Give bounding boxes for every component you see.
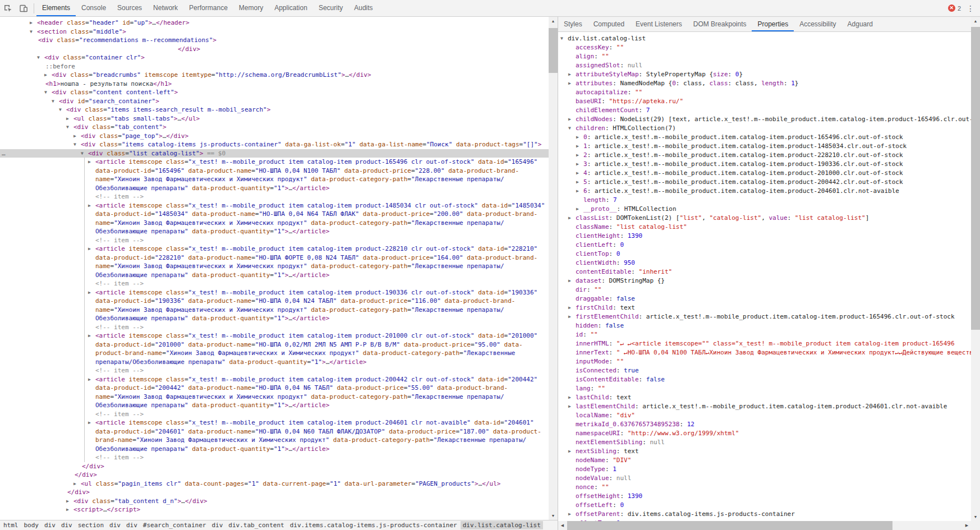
- disclosure-arrow[interactable]: ▶: [88, 288, 95, 297]
- scrollbar-thumb[interactable]: [549, 28, 558, 73]
- property-row[interactable]: childElementCount: 7: [558, 106, 971, 115]
- property-row[interactable]: accessKey: "": [558, 43, 971, 52]
- disclosure-arrow[interactable]: ▼: [59, 105, 66, 114]
- dom-tree-line[interactable]: ::before: [0, 62, 549, 71]
- disclosure-arrow[interactable]: ▶: [568, 214, 576, 223]
- dom-tree-line[interactable]: ▶<article itemscope class="x_test! m--mo…: [0, 158, 549, 192]
- disclosure-arrow[interactable]: ▶: [576, 187, 583, 196]
- dom-tree-line[interactable]: ▶<article itemscope class="x_test! m--mo…: [0, 418, 549, 453]
- property-row[interactable]: draggable: false: [558, 294, 971, 303]
- property-row[interactable]: clientLeft: 0: [558, 241, 971, 250]
- scrollbar-thumb[interactable]: [567, 521, 892, 530]
- device-toolbar-button[interactable]: [16, 1, 31, 16]
- dom-tree-line[interactable]: ▶<script>…</script>: [0, 505, 549, 514]
- dom-tree-line[interactable]: ▼<div class="container clr">: [0, 53, 549, 62]
- disclosure-arrow[interactable]: ▶: [88, 245, 95, 254]
- disclosure-arrow[interactable]: ▶: [88, 158, 95, 167]
- dom-tree-line[interactable]: </div>: [0, 462, 549, 471]
- scroll-down-button[interactable]: ▼: [549, 511, 558, 520]
- dom-tree-line[interactable]: <!-- item -->: [0, 323, 549, 332]
- property-row[interactable]: baseURI: "https://apteka.ru/": [558, 97, 971, 106]
- tab-console[interactable]: Console: [76, 0, 112, 16]
- property-row[interactable]: nextElementSibling: null: [558, 438, 971, 447]
- property-row[interactable]: nodeName: "DIV": [558, 456, 971, 465]
- property-row[interactable]: className: "list catalog-list": [558, 223, 971, 232]
- property-row[interactable]: assignedSlot: null: [558, 61, 971, 70]
- dom-tree-line[interactable]: ▶<header class="header" id="up">…</heade…: [0, 19, 549, 27]
- disclosure-arrow[interactable]: ▶: [88, 201, 95, 210]
- dom-tree-line[interactable]: </div>: [0, 471, 549, 480]
- property-row[interactable]: ▶classList: DOMTokenList(2) ["list", "ca…: [558, 214, 971, 223]
- breadcrumb-item[interactable]: div: [124, 521, 140, 529]
- property-row[interactable]: ▶5: article.x_test!.m--mobile_product.it…: [558, 178, 971, 187]
- property-row[interactable]: nodeValue: null: [558, 474, 971, 483]
- property-row[interactable]: ▶firstChild: text: [558, 303, 971, 312]
- kebab-menu-icon[interactable]: ⋮: [967, 4, 974, 12]
- dom-tree-line[interactable]: ▼<div class="items items-search_result m…: [0, 105, 549, 114]
- tab-performance[interactable]: Performance: [183, 0, 233, 16]
- disclosure-arrow[interactable]: ▶: [576, 178, 583, 187]
- dom-tree-line[interactable]: <!-- item -->: [0, 236, 549, 245]
- property-row[interactable]: inputMode: "": [558, 357, 971, 366]
- dom-tree-line[interactable]: ▶<article itemscope class="x_test! m--mo…: [0, 245, 549, 279]
- disclosure-arrow[interactable]: ▼: [37, 53, 44, 62]
- sidebar-tab-computed[interactable]: Computed: [588, 17, 630, 31]
- disclosure-arrow[interactable]: ▶: [568, 393, 576, 402]
- scroll-down-button[interactable]: ▼: [971, 513, 980, 521]
- dom-tree-line[interactable]: ▶<article itemscope class="x_test! m--mo…: [0, 331, 549, 366]
- property-row[interactable]: ▶attributes: NamedNodeMap {0: class, cla…: [558, 79, 971, 88]
- property-row[interactable]: ▶offsetParent: div.items.catalog-items.j…: [558, 510, 971, 519]
- property-row[interactable]: ▶firstElementChild: article.x_test!.m--m…: [558, 312, 971, 321]
- dom-tree-line[interactable]: <!-- item -->: [0, 366, 549, 375]
- scroll-left-button[interactable]: ◀: [558, 521, 567, 530]
- property-row[interactable]: clientHeight: 1390: [558, 232, 971, 241]
- disclosure-arrow[interactable]: ▶: [568, 115, 576, 124]
- dom-tree-line[interactable]: <h1>ношпа - результаты поиска</h1>: [0, 80, 549, 89]
- scroll-right-button[interactable]: ▶: [963, 521, 971, 530]
- disclosure-arrow[interactable]: ▶: [568, 70, 576, 79]
- breadcrumb-item[interactable]: div.tab_content: [226, 521, 286, 529]
- dom-tree-line[interactable]: <!-- item -->: [0, 192, 549, 201]
- property-row[interactable]: ▶2: article.x_test!.m--mobile_product.it…: [558, 151, 971, 160]
- breadcrumb-item[interactable]: div: [59, 521, 75, 529]
- sidebar-tab-event-listeners[interactable]: Event Listeners: [630, 17, 688, 31]
- dom-tree-line[interactable]: ▶<article itemscope class="x_test! m--mo…: [0, 288, 549, 323]
- property-row[interactable]: length: 7: [558, 196, 971, 205]
- disclosure-arrow[interactable]: ▶: [88, 375, 95, 384]
- property-row[interactable]: ▶dataset: DOMStringMap {}: [558, 276, 971, 285]
- property-row[interactable]: align: "": [558, 52, 971, 61]
- scroll-up-button[interactable]: ▲: [549, 17, 558, 25]
- disclosure-arrow[interactable]: ▶: [568, 447, 576, 456]
- property-row[interactable]: id: "": [558, 330, 971, 339]
- dom-tree-line[interactable]: ▶<div class="tab_content d_n">…</div>: [0, 497, 549, 506]
- dom-tree-line[interactable]: ▼<div class="tab_content">: [0, 123, 549, 132]
- properties-object-title[interactable]: ▼div.list.catalog-list: [558, 34, 971, 43]
- dom-tree-line[interactable]: ▶<ul class="pagin_items clr" data-count-…: [0, 480, 549, 488]
- property-row[interactable]: lang: "": [558, 384, 971, 393]
- property-row[interactable]: offsetHeight: 1390: [558, 492, 971, 501]
- dom-tree-line[interactable]: ▼<div id="search_container">: [0, 97, 549, 106]
- disclosure-arrow[interactable]: ▼: [66, 123, 73, 132]
- property-row[interactable]: ▶4: article.x_test!.m--mobile_product.it…: [558, 169, 971, 178]
- property-row[interactable]: ▼children: HTMLCollection(7): [558, 124, 971, 133]
- disclosure-arrow[interactable]: ▶: [568, 312, 576, 321]
- property-row[interactable]: localName: "div": [558, 411, 971, 420]
- sidebar-tab-styles[interactable]: Styles: [558, 17, 588, 31]
- property-row[interactable]: contentEditable: "inherit": [558, 268, 971, 276]
- sidebar-tab-properties[interactable]: Properties: [752, 17, 794, 31]
- property-row[interactable]: metrikaId_0.6376765734895238: 12: [558, 420, 971, 429]
- disclosure-arrow[interactable]: ▶: [568, 510, 576, 519]
- disclosure-arrow[interactable]: ▶: [88, 331, 95, 340]
- scroll-up-button[interactable]: ▲: [971, 17, 980, 25]
- property-row[interactable]: ▶lastChild: text: [558, 393, 971, 402]
- disclosure-arrow[interactable]: ▶: [576, 133, 583, 142]
- property-row[interactable]: ▶__proto__: HTMLCollection: [558, 205, 971, 214]
- disclosure-arrow[interactable]: ▶: [568, 276, 576, 285]
- breadcrumb-item[interactable]: section: [76, 521, 106, 529]
- disclosure-arrow[interactable]: ▼: [81, 149, 88, 158]
- selected-node-gutter-menu[interactable]: …: [2, 149, 6, 158]
- disclosure-arrow[interactable]: ▶: [576, 151, 583, 160]
- property-row[interactable]: hidden: false: [558, 321, 971, 330]
- property-row[interactable]: isContentEditable: false: [558, 375, 971, 384]
- property-row[interactable]: ▶0: article.x_test!.m--mobile_product.it…: [558, 133, 971, 142]
